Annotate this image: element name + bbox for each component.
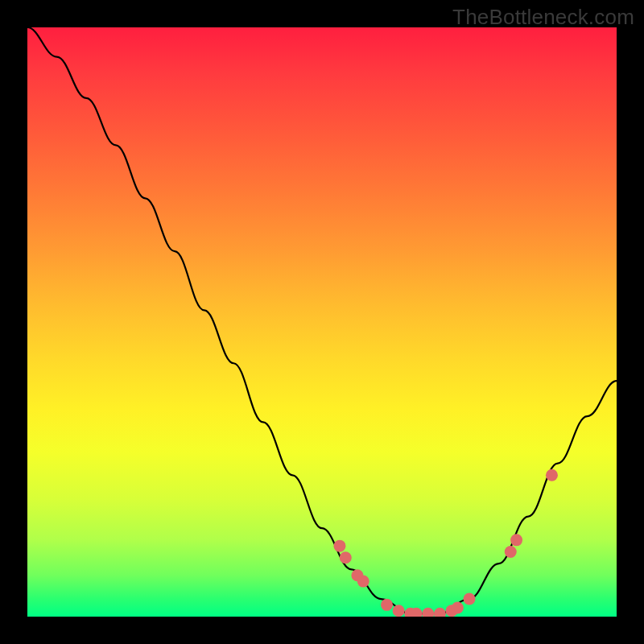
chart-marker (464, 593, 476, 605)
chart-marker (505, 546, 517, 558)
chart-marker (452, 602, 464, 614)
chart-marker (357, 576, 369, 588)
chart-marker (381, 599, 393, 611)
chart-marker (393, 605, 405, 617)
chart-plot-area (27, 27, 617, 617)
chart-marker (340, 551, 352, 564)
chart-markers (333, 469, 558, 617)
chart-marker (333, 540, 345, 552)
watermark-text: TheBottleneck.com (452, 5, 634, 30)
chart-svg (27, 27, 617, 617)
chart-marker (510, 534, 522, 546)
chart-marker (434, 608, 446, 617)
chart-marker (546, 469, 558, 481)
chart-curve-line (27, 27, 617, 613)
chart-marker (422, 608, 434, 617)
